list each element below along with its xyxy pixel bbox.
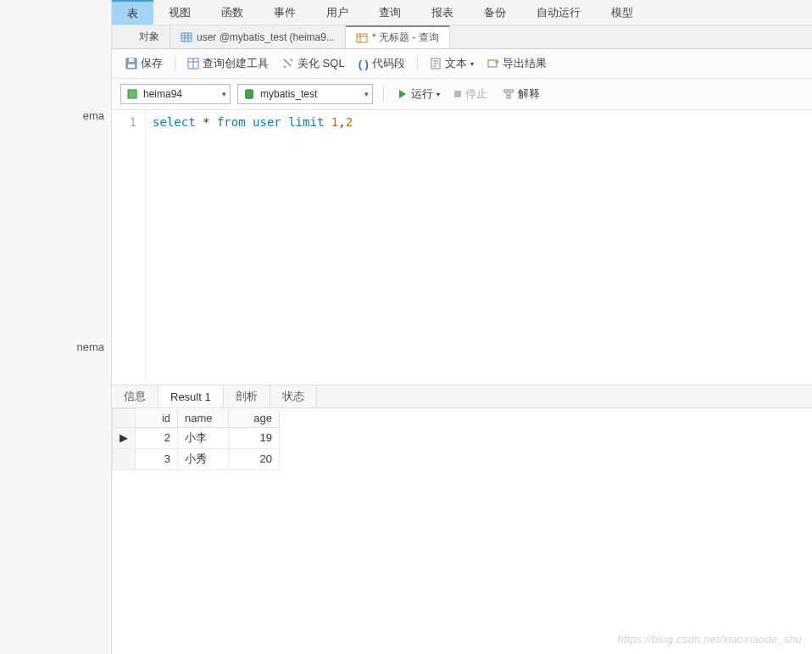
- cell-age[interactable]: 19: [229, 427, 280, 448]
- code-snippet-button[interactable]: ( ) 代码段: [353, 54, 410, 73]
- sidebar-item-nema[interactable]: nema: [0, 337, 111, 357]
- svg-rect-21: [454, 91, 461, 97]
- stop-button: 停止: [450, 85, 491, 103]
- result-tab-result1[interactable]: Result 1: [159, 385, 224, 407]
- result-tab-info[interactable]: 信息: [112, 385, 159, 407]
- query-toolbar: 保存 查询创建工具 美化 SQL ( ) 代码段 文本 ▾ 导出结果: [112, 49, 812, 79]
- explain-icon: [503, 88, 514, 100]
- export-icon: [487, 58, 499, 69]
- database-icon: [243, 88, 255, 100]
- chevron-down-icon: ▾: [470, 60, 474, 68]
- svg-rect-23: [509, 90, 513, 92]
- save-label: 保存: [141, 56, 163, 71]
- table-row[interactable]: 3 小秀 20: [113, 448, 280, 469]
- database-value: mybatis_test: [260, 88, 359, 100]
- result-tab-profile[interactable]: 剖析: [224, 385, 270, 407]
- query-builder-label: 查询创建工具: [203, 56, 269, 71]
- svg-rect-22: [504, 90, 508, 92]
- table-icon: [181, 31, 192, 43]
- svg-rect-24: [507, 96, 510, 98]
- run-button[interactable]: 运行 ▾: [394, 85, 443, 103]
- svg-line-25: [506, 92, 509, 96]
- connection-value: heima94: [143, 88, 217, 100]
- column-header-id[interactable]: id: [136, 409, 178, 428]
- cell-id[interactable]: 2: [136, 427, 178, 448]
- result-grid[interactable]: id name age ▶ 2 小李 19 3 小秀 20: [112, 408, 280, 470]
- column-header-name[interactable]: name: [178, 409, 229, 428]
- query-builder-icon: [187, 58, 199, 69]
- cell-name[interactable]: 小李: [178, 427, 229, 448]
- code-snippet-icon: ( ): [359, 58, 369, 70]
- explain-label: 解释: [518, 86, 540, 102]
- svg-rect-19: [128, 90, 136, 98]
- beautify-label: 美化 SQL: [298, 56, 345, 71]
- menu-item-function[interactable]: 函数: [206, 0, 259, 25]
- watermark: https://blog.csdn.net/xiaoxiaode_shu: [617, 633, 802, 646]
- top-menu: 表 视图 函数 事件 用户 查询 报表 备份 自动运行 模型: [112, 0, 812, 25]
- query-builder-button[interactable]: 查询创建工具: [182, 54, 274, 73]
- tab-label: * 无标题 - 查询: [372, 30, 439, 45]
- export-label: 导出结果: [503, 56, 547, 71]
- connection-icon: [126, 88, 138, 100]
- tab-user-table[interactable]: user @mybatis_test (heima9...: [170, 25, 346, 48]
- explain-button[interactable]: 解释: [498, 85, 545, 103]
- text-label: 文本: [445, 56, 467, 71]
- menu-item-user[interactable]: 用户: [311, 0, 364, 25]
- connection-row: heima94 ▾ mybatis_test ▾ 运行 ▾ 停止 解释: [112, 79, 812, 110]
- stop-label: 停止: [465, 86, 487, 102]
- svg-rect-10: [128, 64, 135, 68]
- play-icon: [398, 89, 408, 99]
- cell-name[interactable]: 小秀: [178, 448, 229, 469]
- tab-label: user @mybatis_test (heima9...: [197, 31, 335, 43]
- column-header-age[interactable]: age: [229, 409, 280, 428]
- stop-icon: [453, 90, 462, 98]
- chevron-down-icon: ▾: [437, 91, 440, 98]
- export-result-button[interactable]: 导出结果: [482, 54, 552, 73]
- text-icon: [430, 58, 442, 69]
- sidebar-item-ema[interactable]: ema: [0, 106, 111, 125]
- menu-item-table[interactable]: 表: [112, 0, 153, 25]
- row-pointer-header: [113, 409, 136, 428]
- menu-item-query[interactable]: 查询: [364, 0, 416, 25]
- tab-query-untitled[interactable]: * 无标题 - 查询: [346, 25, 450, 48]
- save-button[interactable]: 保存: [120, 54, 168, 73]
- text-button[interactable]: 文本 ▾: [425, 54, 479, 73]
- cell-age[interactable]: 20: [229, 448, 280, 469]
- database-dropdown[interactable]: mybatis_test ▾: [237, 84, 373, 104]
- beautify-sql-button[interactable]: 美化 SQL: [277, 54, 350, 73]
- beautify-icon: [282, 58, 294, 69]
- line-gutter: 1: [112, 110, 146, 385]
- sql-editor[interactable]: 1 select * from user limit 1,2: [112, 110, 812, 385]
- cell-id[interactable]: 3: [136, 448, 178, 469]
- document-tabs: 对象 user @mybatis_test (heima9... * 无标题 -…: [112, 25, 812, 49]
- menu-item-autorun[interactable]: 自动运行: [521, 0, 596, 25]
- row-pointer: [113, 448, 136, 469]
- query-icon: [356, 32, 368, 44]
- menu-item-report[interactable]: 报表: [416, 0, 469, 25]
- svg-rect-9: [129, 58, 134, 62]
- chevron-down-icon: ▾: [364, 90, 369, 98]
- tab-label: 对象: [139, 30, 159, 44]
- code-snippet-label: 代码段: [372, 56, 405, 71]
- tab-object[interactable]: 对象: [129, 25, 170, 48]
- result-area: id name age ▶ 2 小李 19 3 小秀 20: [112, 408, 812, 654]
- main-area: 表 视图 函数 事件 用户 查询 报表 备份 自动运行 模型 对象 user @…: [112, 0, 812, 654]
- svg-rect-0: [181, 33, 192, 42]
- left-sidebar: ema nema: [0, 0, 112, 654]
- chevron-down-icon: ▾: [222, 90, 226, 98]
- save-icon: [125, 58, 137, 69]
- table-row[interactable]: ▶ 2 小李 19: [113, 427, 280, 448]
- result-tabs: 信息 Result 1 剖析 状态: [112, 385, 812, 408]
- line-number: 1: [112, 115, 136, 129]
- svg-rect-18: [488, 60, 497, 67]
- sql-code[interactable]: select * from user limit 1,2: [146, 110, 812, 385]
- svg-rect-5: [357, 34, 367, 42]
- svg-line-26: [509, 92, 511, 96]
- menu-item-backup[interactable]: 备份: [469, 0, 521, 25]
- menu-item-view[interactable]: 视图: [153, 0, 206, 25]
- result-tab-status[interactable]: 状态: [270, 385, 317, 407]
- row-pointer-icon: ▶: [113, 427, 136, 448]
- connection-dropdown[interactable]: heima94 ▾: [120, 84, 231, 104]
- menu-item-model[interactable]: 模型: [596, 0, 648, 25]
- menu-item-event[interactable]: 事件: [259, 0, 311, 25]
